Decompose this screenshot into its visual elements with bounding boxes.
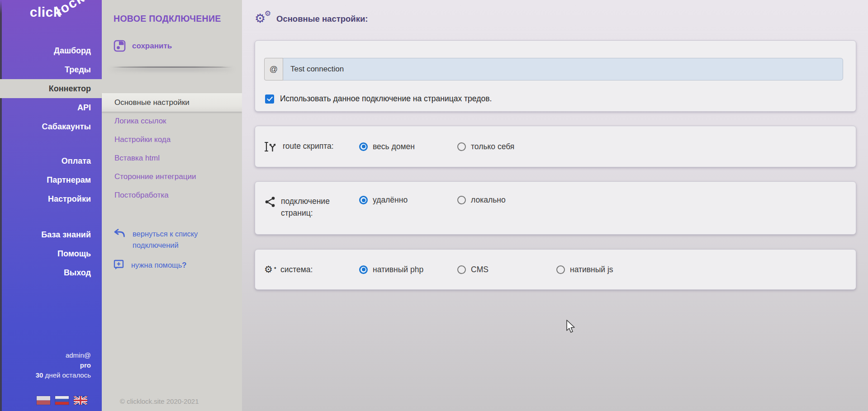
subnav-item-postprocessing[interactable]: Постобработка	[102, 186, 242, 204]
russia-flag[interactable]	[55, 396, 69, 405]
main-content: ⚙⚙ Основные настройки: @ Использовать да…	[242, 0, 868, 411]
sidebar-item-subaccounts[interactable]: Сабакаунты	[0, 117, 102, 136]
save-floppy-icon	[114, 40, 126, 52]
sidebar-group-gap	[0, 136, 102, 151]
sidebar-item-connector[interactable]: Коннектор	[0, 79, 102, 98]
need-help-link[interactable]: нужна помощь?	[114, 260, 186, 271]
sidebar-group-gap	[0, 208, 102, 225]
pages-option-label[interactable]: локально	[471, 195, 506, 205]
gears-icon: ⚙⚙	[255, 12, 270, 26]
share-icon	[264, 196, 276, 208]
sidebar-item-api[interactable]: API	[0, 98, 102, 117]
brand-logo: clicklock	[30, 5, 92, 20]
user-email: admin@	[36, 350, 91, 360]
save-button-label: сохранить	[132, 42, 172, 51]
at-sign-addon: @	[264, 58, 283, 80]
sidebar: clicklock Дашборд Треды Коннектор API Са…	[0, 0, 102, 411]
radio-unselected[interactable]	[556, 265, 565, 274]
radio-unselected[interactable]	[457, 196, 466, 204]
system-card: ⚙✦ система: нативный php CMS нативный js	[255, 249, 856, 290]
panel-divider	[110, 66, 233, 68]
sidebar-item-dashboard[interactable]: Дашборд	[0, 41, 102, 60]
save-button[interactable]: сохранить	[114, 40, 172, 52]
route-card: route скрипта: весь домен только себя	[255, 126, 856, 167]
subnav-item-integrations[interactable]: Сторонние интеграции	[102, 167, 242, 186]
radio-unselected[interactable]	[457, 265, 466, 274]
connection-name-card: @ Использовать данное подключение на стр…	[255, 40, 856, 112]
sidebar-item-logout[interactable]: Выход	[0, 263, 102, 282]
radio-selected[interactable]	[359, 196, 368, 204]
route-option-label[interactable]: только себя	[471, 142, 514, 151]
add-comment-icon	[114, 260, 124, 270]
system-gear-icon: ⚙✦	[264, 264, 276, 275]
main-header: ⚙⚙ Основные настройки:	[255, 0, 856, 27]
language-switcher	[37, 396, 87, 405]
route-label: route скрипта:	[283, 140, 334, 152]
uk-flag[interactable]	[74, 396, 87, 405]
user-days-left: 30 дней осталось	[36, 370, 91, 380]
connection-name-group: @	[264, 58, 843, 80]
pages-option-label[interactable]: удалённо	[373, 195, 408, 205]
route-option-label[interactable]: весь домен	[373, 142, 415, 151]
sidebar-item-knowledge-base[interactable]: База знаний	[0, 225, 102, 244]
page-connection-field-label: подключение страниц:	[264, 195, 359, 219]
need-help-label: нужна помощь?	[131, 260, 186, 271]
poland-flag[interactable]	[37, 396, 50, 405]
undo-arrow-icon	[114, 228, 125, 238]
system-option-native-js[interactable]: нативный js	[556, 265, 613, 274]
page-connection-card: подключение страниц: удалённо локально	[255, 181, 856, 235]
route-option-only-self[interactable]: только себя	[457, 142, 556, 151]
system-option-label[interactable]: CMS	[471, 265, 489, 274]
system-option-label[interactable]: нативный js	[570, 265, 613, 274]
connection-name-input[interactable]	[283, 58, 843, 80]
radio-selected[interactable]	[359, 142, 368, 151]
sidebar-item-settings[interactable]: Настройки	[0, 189, 102, 208]
copyright-footer: © clicklock.site 2020-2021	[120, 397, 199, 405]
mouse-cursor	[566, 320, 576, 333]
radio-selected[interactable]	[359, 265, 368, 274]
subnav-item-html-insert[interactable]: Вставка html	[102, 149, 242, 167]
connector-subnav: Основные настройки Логика ссылок Настрой…	[102, 93, 242, 204]
pages-option-local[interactable]: локально	[457, 195, 556, 205]
sidebar-item-threads[interactable]: Треды	[0, 60, 102, 79]
route-split-icon	[264, 141, 278, 153]
route-field-label: route скрипта:	[264, 140, 359, 153]
pages-option-remote[interactable]: удалённо	[359, 195, 457, 205]
route-option-whole-domain[interactable]: весь домен	[359, 142, 457, 151]
system-field-label: ⚙✦ система:	[264, 264, 359, 275]
system-option-label[interactable]: нативный php	[373, 265, 423, 274]
user-info: admin@ pro 30 дней осталось	[36, 350, 91, 380]
panel-title: НОВОЕ ПОДКЛЮЧЕНИЕ	[114, 14, 221, 24]
sidebar-item-partners[interactable]: Партнерам	[0, 170, 102, 189]
back-to-list-label: вернуться к списку подключений	[133, 228, 218, 251]
radio-unselected[interactable]	[457, 142, 466, 151]
subnav-item-code-settings[interactable]: Настройки кода	[102, 130, 242, 149]
system-option-native-php[interactable]: нативный php	[359, 265, 457, 274]
use-on-threads-checkbox[interactable]	[265, 94, 274, 104]
app-window: clicklock Дашборд Треды Коннектор API Са…	[0, 0, 868, 411]
system-option-cms[interactable]: CMS	[457, 265, 556, 274]
subnav-item-basic-settings[interactable]: Основные настройки	[102, 93, 242, 112]
page-connection-label: подключение страниц:	[281, 195, 359, 219]
back-to-list-link[interactable]: вернуться к списку подключений	[114, 228, 218, 251]
sidebar-nav: Дашборд Треды Коннектор API Сабакаунты О…	[0, 41, 102, 282]
page-title: Основные настройки:	[276, 14, 368, 24]
sidebar-item-help[interactable]: Помощь	[0, 244, 102, 263]
system-label: система:	[280, 264, 313, 275]
subnav-item-link-logic[interactable]: Логика ссылок	[102, 112, 242, 130]
connector-panel: НОВОЕ ПОДКЛЮЧЕНИЕ сохранить Основные нас…	[102, 0, 242, 411]
use-on-threads-row: Использовать данное подключение на стран…	[264, 94, 843, 104]
user-plan: pro	[36, 360, 91, 370]
use-on-threads-label[interactable]: Использовать данное подключение на стран…	[280, 94, 492, 104]
sidebar-item-payment[interactable]: Оплата	[0, 151, 102, 170]
